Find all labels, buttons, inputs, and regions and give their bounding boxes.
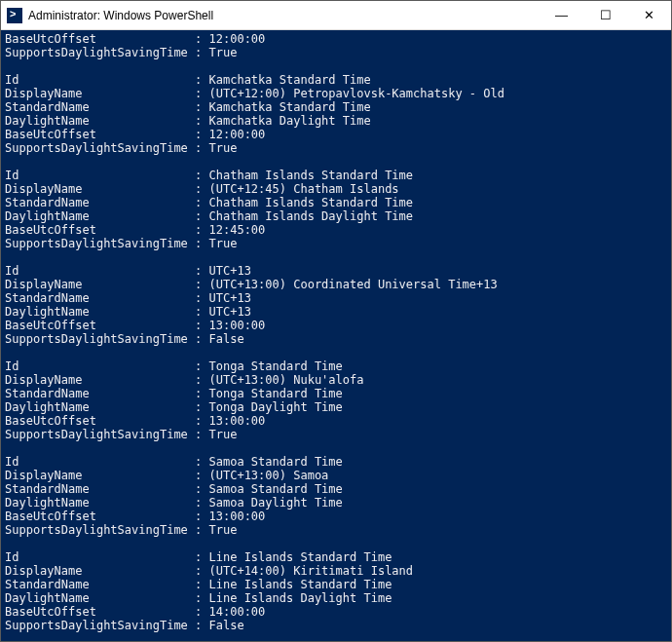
output-row: DaylightName : UTC+13: [5, 305, 667, 319]
output-row: BaseUtcOffset : 14:00:00: [5, 605, 667, 619]
output-row: DaylightName : Tonga Daylight Time: [5, 400, 667, 414]
output-row: DaylightName : Chatham Islands Daylight …: [5, 209, 667, 223]
output-row: DaylightName : Kamchatka Daylight Time: [5, 114, 667, 128]
output-row: DisplayName : (UTC+13:00) Coordinated Un…: [5, 278, 667, 291]
output-row: StandardName : Tonga Standard Time: [5, 387, 667, 400]
blank-line: [5, 632, 667, 641]
close-button[interactable]: ✕: [627, 1, 671, 29]
output-row: Id : UTC+13: [5, 264, 667, 278]
output-row: DisplayName : (UTC+13:00) Samoa: [5, 469, 667, 482]
output-row: Id : Kamchatka Standard Time: [5, 73, 667, 87]
output-row: BaseUtcOffset : 13:00:00: [5, 319, 667, 332]
blank-line: [5, 441, 667, 455]
window-controls: — ☐ ✕: [540, 1, 671, 29]
output-row: BaseUtcOffset : 12:45:00: [5, 223, 667, 237]
output-row: StandardName : Chatham Islands Standard …: [5, 196, 667, 209]
blank-line: [5, 346, 667, 359]
output-row: Id : Samoa Standard Time: [5, 455, 667, 469]
blank-line: [5, 155, 667, 169]
window-title: Administrator: Windows PowerShell: [28, 9, 540, 22]
output-row: DisplayName : (UTC+12:00) Petropavlovsk-…: [5, 87, 667, 100]
output-row: Id : Chatham Islands Standard Time: [5, 169, 667, 182]
maximize-button[interactable]: ☐: [583, 1, 627, 29]
output-row: SupportsDaylightSavingTime : True: [5, 428, 667, 441]
blank-line: [5, 537, 667, 550]
output-row: BaseUtcOffset : 12:00:00: [5, 128, 667, 141]
output-row: Id : Tonga Standard Time: [5, 359, 667, 373]
output-row: DaylightName : Samoa Daylight Time: [5, 496, 667, 510]
output-row: StandardName : Kamchatka Standard Time: [5, 100, 667, 114]
output-row: Id : Line Islands Standard Time: [5, 550, 667, 564]
minimize-button[interactable]: —: [540, 1, 583, 29]
titlebar[interactable]: Administrator: Windows PowerShell — ☐ ✕: [1, 1, 671, 30]
output-row: DisplayName : (UTC+12:45) Chatham Island…: [5, 182, 667, 196]
output-row: BaseUtcOffset : 13:00:00: [5, 414, 667, 428]
output-row: SupportsDaylightSavingTime : True: [5, 237, 667, 250]
blank-line: [5, 250, 667, 264]
output-row: SupportsDaylightSavingTime : True: [5, 523, 667, 537]
output-row: DaylightName : Line Islands Daylight Tim…: [5, 591, 667, 605]
output-row: DisplayName : (UTC+14:00) Kiritimati Isl…: [5, 564, 667, 578]
output-row: BaseUtcOffset : 13:00:00: [5, 510, 667, 523]
output-row: SupportsDaylightSavingTime : True: [5, 141, 667, 155]
powershell-icon: [7, 8, 22, 23]
output-row: BaseUtcOffset : 12:00:00: [5, 32, 667, 46]
output-row: SupportsDaylightSavingTime : True: [5, 46, 667, 59]
output-row: StandardName : Samoa Standard Time: [5, 482, 667, 496]
powershell-window: Administrator: Windows PowerShell — ☐ ✕ …: [0, 0, 672, 642]
output-row: StandardName : UTC+13: [5, 291, 667, 305]
terminal-output[interactable]: BaseUtcOffset : 12:00:00SupportsDaylight…: [1, 30, 671, 641]
output-row: SupportsDaylightSavingTime : False: [5, 619, 667, 632]
blank-line: [5, 59, 667, 73]
output-row: StandardName : Line Islands Standard Tim…: [5, 578, 667, 591]
output-row: SupportsDaylightSavingTime : False: [5, 332, 667, 346]
output-row: DisplayName : (UTC+13:00) Nuku'alofa: [5, 373, 667, 387]
